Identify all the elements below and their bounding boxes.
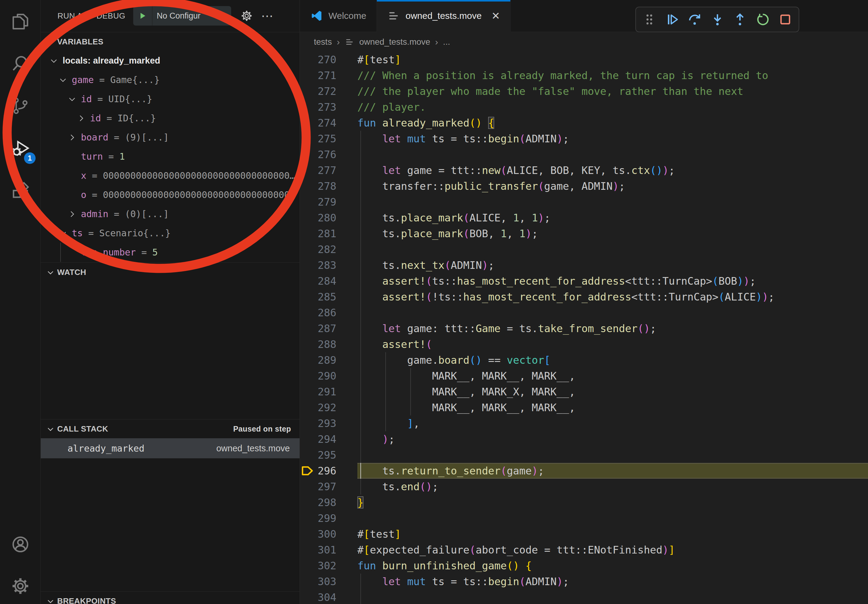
code-text[interactable] xyxy=(336,242,357,257)
line-number[interactable]: 304 xyxy=(300,589,336,604)
code-text[interactable]: fun burn_unfinished_game() { xyxy=(336,558,532,574)
code-text[interactable] xyxy=(336,447,357,463)
line-number[interactable]: 278 xyxy=(300,178,336,194)
step-out-button[interactable] xyxy=(733,12,747,27)
watch-section-header[interactable]: WATCH xyxy=(41,262,299,282)
step-into-button[interactable] xyxy=(710,12,725,27)
debug-settings-gear-icon[interactable] xyxy=(240,9,253,22)
code-line[interactable]: 301#[expected_failure(abort_code = ttt::… xyxy=(300,542,868,558)
code-text[interactable]: assert!(ts::has_most_recent_for_address<… xyxy=(336,273,756,289)
code-text[interactable]: /// When a position is already marked, t… xyxy=(336,68,768,83)
debug-config-dropdown[interactable]: No Configur xyxy=(133,6,231,26)
variable-row[interactable]: x = 0000000000000000000000000000000000… xyxy=(41,166,299,185)
code-line[interactable]: 287 let game: ttt::Game = ts.take_from_s… xyxy=(300,321,868,336)
code-line[interactable]: 300#[test] xyxy=(300,526,868,542)
line-number[interactable]: 291 xyxy=(300,384,336,400)
code-text[interactable]: /// the player who made the "false" move… xyxy=(336,83,743,99)
variable-row[interactable]: id = UID{...} xyxy=(41,90,299,108)
line-number[interactable]: 300 xyxy=(300,526,336,542)
line-number[interactable]: 289 xyxy=(300,352,336,368)
line-number[interactable]: 295 xyxy=(300,447,336,463)
code-line[interactable]: 303 let mut ts = ts::begin(ADMIN); xyxy=(300,574,868,589)
line-number[interactable]: 294 xyxy=(300,431,336,447)
code-text[interactable]: MARK__, MARK__, MARK__, xyxy=(336,400,575,415)
restart-button[interactable] xyxy=(755,12,770,27)
code-text[interactable]: ], xyxy=(336,415,420,431)
code-line[interactable]: 295 xyxy=(300,447,868,463)
code-line[interactable]: 298} xyxy=(300,494,868,510)
line-number[interactable]: 293 xyxy=(300,415,336,431)
line-number[interactable]: 303 xyxy=(300,574,336,589)
code-text[interactable]: ); xyxy=(336,431,395,447)
code-text[interactable]: #[test] xyxy=(336,52,401,68)
code-text[interactable]: let game: ttt::Game = ts.take_from_sende… xyxy=(336,321,656,336)
step-over-button[interactable] xyxy=(687,12,702,27)
code-text[interactable]: ts.place_mark(BOB, 1, 1); xyxy=(336,226,538,242)
sidebar-item-search[interactable] xyxy=(0,43,40,84)
code-text[interactable]: let mut ts = ts::begin(ADMIN); xyxy=(336,131,569,147)
line-number[interactable]: 297 xyxy=(300,479,336,494)
tab-owned-tests-move[interactable]: owned_tests.move ✕ xyxy=(377,0,511,32)
code-line[interactable]: 275 let mut ts = ts::begin(ADMIN); xyxy=(300,131,868,147)
code-line[interactable]: 271/// When a position is already marked… xyxy=(300,68,868,83)
code-line[interactable]: 290 MARK__, MARK__, MARK__, xyxy=(300,368,868,384)
code-line[interactable]: 284 assert!(ts::has_most_recent_for_addr… xyxy=(300,273,868,289)
code-text[interactable]: MARK__, MARK__, MARK__, xyxy=(336,368,575,384)
code-line[interactable]: 285 assert!(!ts::has_most_recent_for_add… xyxy=(300,289,868,305)
code-text[interactable]: transfer::public_transfer(game, ADMIN); xyxy=(336,178,625,194)
chevron-down-icon[interactable] xyxy=(58,229,72,238)
code-line[interactable]: 272/// the player who made the "false" m… xyxy=(300,83,868,99)
variable-row[interactable]: game = Game{...} xyxy=(41,70,299,90)
line-number[interactable]: 272 xyxy=(300,83,336,99)
debug-start-icon[interactable] xyxy=(133,6,152,26)
code-text[interactable]: let game = ttt::new(ALICE, BOB, KEY, ts.… xyxy=(336,163,675,178)
code-text[interactable]: /// player. xyxy=(336,99,426,115)
line-number[interactable]: 277 xyxy=(300,163,336,178)
code-text[interactable]: fun already_marked() { xyxy=(336,115,494,131)
variables-scope-row[interactable]: locals: already_marked xyxy=(41,51,299,70)
code-text[interactable] xyxy=(336,147,357,163)
code-text[interactable]: assert!(!ts::has_most_recent_for_address… xyxy=(336,289,775,305)
variable-row[interactable]: ts = Scenario{...} xyxy=(41,223,299,243)
chevron-right-icon[interactable] xyxy=(77,114,90,123)
code-line[interactable]: 274fun already_marked() { xyxy=(300,115,868,131)
line-number[interactable]: 301 xyxy=(300,542,336,558)
line-number[interactable]: 284 xyxy=(300,273,336,289)
code-line[interactable]: 288 assert!( xyxy=(300,336,868,352)
code-text[interactable] xyxy=(336,510,357,526)
code-text[interactable]: let mut ts = ts::begin(ADMIN); xyxy=(336,574,569,589)
breadcrumb-item-symbol[interactable]: ... xyxy=(443,37,450,47)
code-line[interactable]: 302fun burn_unfinished_game() { xyxy=(300,558,868,574)
chevron-down-icon[interactable] xyxy=(49,56,63,65)
line-number[interactable]: 299 xyxy=(300,510,336,526)
code-text[interactable]: #[expected_failure(abort_code = ttt::ENo… xyxy=(336,542,675,558)
code-line[interactable]: 286 xyxy=(300,305,868,321)
line-number[interactable]: 270 xyxy=(300,52,336,68)
variable-row[interactable]: turn = 1 xyxy=(41,147,299,166)
line-number[interactable]: 302 xyxy=(300,558,336,574)
line-number[interactable]: 281 xyxy=(300,226,336,242)
chevron-right-icon[interactable] xyxy=(68,209,81,219)
line-number[interactable]: 280 xyxy=(300,210,336,226)
code-line[interactable]: 277 let game = ttt::new(ALICE, BOB, KEY,… xyxy=(300,163,868,178)
breadcrumb-item-tests[interactable]: tests xyxy=(314,37,332,47)
variable-row[interactable]: txn_number = 5 xyxy=(41,243,299,262)
code-line[interactable]: 291 MARK__, MARK_X, MARK__, xyxy=(300,384,868,400)
code-line[interactable]: 289 game.board() == vector[ xyxy=(300,352,868,368)
code-text[interactable]: assert!( xyxy=(336,336,432,352)
code-line[interactable]: 278 transfer::public_transfer(game, ADMI… xyxy=(300,178,868,194)
code-line[interactable]: 282 xyxy=(300,242,868,257)
stop-button[interactable] xyxy=(778,12,792,27)
code-text[interactable]: ts.next_tx(ADMIN); xyxy=(336,257,494,273)
chevron-down-icon[interactable] xyxy=(68,94,81,104)
tab-welcome[interactable]: Welcome xyxy=(300,0,377,32)
code-line[interactable]: 276 xyxy=(300,147,868,163)
chevron-down-icon[interactable] xyxy=(58,76,72,85)
line-number[interactable]: 271 xyxy=(300,68,336,83)
line-number[interactable]: 298 xyxy=(300,494,336,510)
line-number[interactable]: 285 xyxy=(300,289,336,305)
code-text[interactable]: ts.end(); xyxy=(336,479,438,494)
line-number[interactable]: 275 xyxy=(300,131,336,147)
chevron-right-icon[interactable] xyxy=(68,133,81,142)
code-text[interactable] xyxy=(336,589,357,604)
